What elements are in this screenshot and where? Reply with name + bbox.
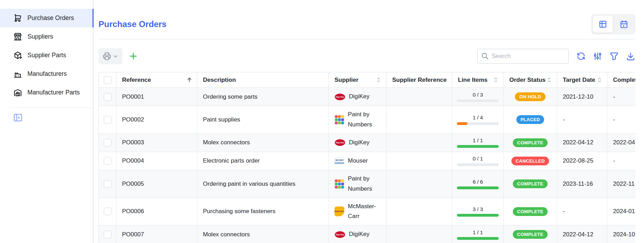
filter-button[interactable] [609,51,619,61]
target-date-cell: 2022-08-25 [557,152,607,170]
column-label: Reference [116,77,151,84]
column-label: Completion Date [607,77,636,84]
supplier-name: Paint by Numbers [348,110,383,130]
sidebar-item-label: Suppliers [27,33,53,40]
row-checkbox[interactable] [104,139,111,146]
table-row[interactable]: PO0007Molex connectorsDigi-KeyDigiKey1 /… [98,225,636,243]
row-checkbox[interactable] [104,157,111,165]
calendar-view-button[interactable] [614,16,634,33]
sidebar-item-manufacturer-parts[interactable]: Manufacturer Parts [0,83,93,102]
refresh-button[interactable] [576,51,586,61]
column-header-order_status[interactable]: Order Status [504,72,557,88]
download-button[interactable] [626,51,636,61]
paint-by-numbers-logo [334,179,344,189]
table-body: PO0001Ordering some partsDigi-KeyDigiKey… [98,88,636,243]
adjustments-button[interactable] [593,51,602,61]
description-cell: Ordering some parts [197,88,329,106]
completion-date-cell: 2024-01 [607,198,636,226]
row-checkbox[interactable] [104,208,111,215]
sidebar-item-supplier-parts[interactable]: Supplier Parts [0,46,93,65]
sidebar-item-label: Manufacturers [27,70,67,78]
order-status-badge: COMPLETE [513,207,548,216]
digikey-logo: Digi-Key [334,93,345,101]
table-view-button[interactable] [593,16,613,33]
column-label: Supplier Reference [387,77,447,84]
table-row[interactable]: PO0001Ordering some partsDigi-KeyDigiKey… [98,88,636,106]
sidebar-collapse-button[interactable] [13,113,23,123]
reference-cell: PO0002 [116,106,197,134]
paint-by-numbers-logo [334,115,344,125]
order-status-badge: COMPLETE [513,179,548,188]
reference-cell: PO0005 [116,170,197,198]
row-checkbox[interactable] [104,231,111,238]
completion-date-cell: 2022-11 [607,170,636,198]
select-all-checkbox[interactable] [104,76,111,84]
sort-selector-icon [596,77,607,83]
svg-text:Digi-Key: Digi-Key [336,234,345,236]
column-header-line_items[interactable]: Line Items [452,72,504,88]
mouser-logo: MOUSER [334,158,344,164]
line-items-cell: 1 / 1 [452,134,504,152]
completion-date-cell: - [607,88,636,106]
sidebar-item-purchase-orders[interactable]: Purchase Orders [0,9,93,27]
column-label: Line Items [452,77,487,84]
print-actions-button[interactable] [98,48,122,64]
description-cell: Paint supplies [197,106,329,134]
table-row[interactable]: PO0003Molex connectorsDigi-KeyDigiKey1 /… [98,134,636,152]
reference-cell: PO0001 [116,88,197,106]
table-row[interactable]: PO0004Electronic parts orderMOUSERMouser… [98,152,636,170]
line-items-progress-fill [457,214,499,217]
search-input[interactable] [492,53,565,60]
supplier-name: DigiKey [349,229,370,239]
row-checkbox[interactable] [104,116,111,124]
sidebar-item-manufacturers[interactable]: Manufacturers [0,65,93,83]
column-header-reference[interactable]: Reference [116,72,197,88]
line-items-progress-bar [457,145,499,148]
line-items-progress-fill [457,122,467,125]
refresh-icon [576,51,586,61]
line-items-cell: 6 / 6 [452,170,504,198]
supplier-name: DigiKey [349,92,370,102]
sidebar-item-suppliers[interactable]: Suppliers [0,27,93,46]
table-row[interactable]: PO0005Ordering paint in various quantiti… [98,170,636,198]
completion-date-cell: - [607,106,636,134]
line-items-progress-label: 0 / 1 [473,156,483,162]
line-items-progress-fill [457,237,499,240]
svg-text:McMASTER: McMASTER [334,211,344,212]
supplier-reference-cell [387,88,452,106]
column-header-description[interactable]: Description [197,72,329,88]
column-header-target_date[interactable]: Target Date [557,72,607,88]
column-header-supplier[interactable]: Supplier [329,72,387,88]
purchase-orders-table: ReferenceDescriptionSupplierSupplier Ref… [98,72,636,243]
package-export-icon [13,51,22,60]
column-header-completion_date[interactable]: Completion Date [607,72,636,88]
table-row[interactable]: PO0006Purchasing some fastenersMcMASTERM… [98,198,636,226]
factory-icon [13,70,22,78]
search-box [477,49,569,64]
table-toolbar [98,48,636,64]
row-checkbox[interactable] [104,93,111,101]
add-purchase-order-button[interactable] [128,51,138,61]
reference-cell: PO0007 [116,225,197,243]
column-header-supplier_reference[interactable]: Supplier Reference [387,72,452,88]
sidebar: Purchase OrdersSuppliersSupplier PartsMa… [0,0,94,243]
svg-text:Digi-Key: Digi-Key [336,142,345,144]
description-cell: Molex connectors [197,134,329,152]
line-items-progress-label: 1 / 1 [473,229,483,235]
digikey-logo: Digi-Key [334,139,345,146]
description-cell: Molex connectors [197,225,329,243]
sidebar-nav: Purchase OrdersSuppliersSupplier PartsMa… [0,0,93,102]
row-checkbox-cell [98,152,116,170]
line-items-progress-bar [457,99,499,102]
line-items-cell: 1 / 1 [452,225,504,243]
supplier-reference-cell [387,152,452,170]
table-row[interactable]: PO0002Paint suppliesPaint by Numbers1 / … [98,106,636,134]
row-checkbox-cell [98,170,116,198]
target-date-cell: 2021-12-10 [557,88,607,106]
line-items-progress-label: 3 / 3 [473,206,483,212]
description-cell: Purchasing some fasteners [197,198,329,226]
order-status-cell: COMPLETE [504,198,557,226]
sidebar-item-label: Purchase Orders [27,14,74,22]
order-status-badge: COMPLETE [513,138,548,147]
row-checkbox[interactable] [104,180,111,188]
